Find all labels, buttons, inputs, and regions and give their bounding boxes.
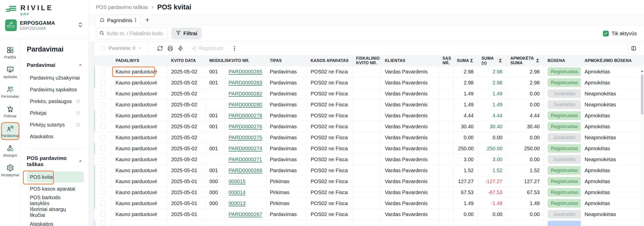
breadcrumb-parent[interactable]: POS pardavimo taškas bbox=[96, 4, 148, 10]
table-row[interactable]: Kauno parduotuvė 2025-05-02 PARD0000280 … bbox=[94, 99, 644, 110]
column-header-apmoketa-suma[interactable]: APMOKĖTA SUMAΣ bbox=[507, 55, 544, 66]
rail-item-pirkimai[interactable]: Pirkimai bbox=[2, 103, 19, 120]
receipt-link[interactable]: PARD0000271 bbox=[229, 157, 262, 162]
rail-item-personalas[interactable]: Personalas bbox=[2, 84, 19, 100]
column-header-busena[interactable]: BŪSENA bbox=[544, 55, 581, 66]
sidebar-item-pirkejai[interactable]: Pirkėjai bbox=[27, 107, 84, 119]
row-checkbox[interactable] bbox=[100, 221, 106, 226]
table-row[interactable]: Kauno parduotuvė 2025-05-01 000 000014 P… bbox=[94, 187, 644, 198]
table-row[interactable]: Kauno parduotuvė 2025-05-01 PARD0000267 … bbox=[94, 209, 644, 220]
scroll-up-arrow-icon[interactable] bbox=[641, 67, 643, 73]
table-row[interactable]: Kauno parduotuvė 2025-05-02 PARD0000282 … bbox=[94, 88, 644, 99]
tab-kebab-icon[interactable] bbox=[135, 18, 136, 23]
column-header-fiskalinio-kvito-nr[interactable]: FISKALINIO KVITO NR. bbox=[352, 55, 381, 66]
filters-button[interactable]: Filtrai bbox=[171, 28, 202, 39]
register-button[interactable]: Registruoti bbox=[191, 45, 223, 51]
rail-item-pradzia[interactable]: Pradžia bbox=[2, 44, 19, 61]
brand-logo[interactable]: RIVILE ERP bbox=[4, 4, 85, 16]
table-row[interactable]: Kauno parduotuvė 2025-05-01 001 PARD0000… bbox=[94, 165, 644, 176]
selected-count-dropdown[interactable]: Pasirinkta: 0 bbox=[109, 45, 142, 51]
receipt-link[interactable]: PARD0000269 bbox=[229, 168, 262, 173]
menu-section-pos-pardavimo-taskas[interactable]: POS pardavimo taškas bbox=[27, 153, 84, 169]
print-button[interactable] bbox=[165, 43, 175, 53]
company-selector[interactable]: RIVILE ERP pos | demo ERPOSGAMA ERPOSGAM… bbox=[4, 19, 85, 31]
column-layout-button[interactable] bbox=[628, 43, 639, 54]
rail-item-apskaita[interactable]: Apskaita bbox=[2, 64, 19, 80]
sidebar-item-pos-barkodo-taisykles[interactable]: POS barkodo taisyklės bbox=[27, 195, 84, 206]
row-checkbox[interactable] bbox=[100, 146, 106, 151]
receipt-link[interactable]: 000013 bbox=[229, 200, 246, 206]
column-header-suma[interactable]: SUMAΣ bbox=[453, 55, 478, 66]
receipt-link[interactable]: PARD0000274 bbox=[229, 146, 262, 152]
column-header-suma[interactable]: SUMA (±)Σ bbox=[478, 55, 507, 66]
row-checkbox[interactable] bbox=[100, 190, 106, 195]
partial-table-row[interactable] bbox=[94, 220, 644, 226]
row-checkbox[interactable] bbox=[100, 179, 106, 184]
row-checkbox[interactable] bbox=[100, 80, 106, 85]
sidebar-item-pos-kvitai[interactable]: POS kvitai bbox=[27, 171, 84, 183]
row-checkbox[interactable] bbox=[100, 168, 106, 173]
column-header-padalinys[interactable]: PADALINYS bbox=[112, 55, 168, 66]
sidebar-item-isoriniai-atsargu-likuciai[interactable]: Išoriniai atsargų likučiai bbox=[27, 207, 84, 218]
rail-item-atsargos[interactable]: Atsargos bbox=[2, 143, 19, 159]
receipt-link[interactable]: 000014 bbox=[229, 190, 246, 195]
receipt-link[interactable]: PARD0000280 bbox=[229, 102, 262, 108]
sidebar-item-pardavimu-saskaitos[interactable]: Pardavimų sąskaitos bbox=[27, 84, 84, 95]
column-header-tipas[interactable]: TIPAS bbox=[266, 55, 307, 66]
table-row[interactable]: Kauno parduotuvė 2025-05-01 000 000013 P… bbox=[94, 198, 644, 209]
column-header-kasos-aparatas[interactable]: KASOS APARATAS bbox=[307, 55, 352, 66]
sidebar-item-pirkeju-sutartys[interactable]: Pirkėjų sutartys bbox=[27, 119, 84, 130]
column-header-kvito-nr[interactable]: KVITO NR. bbox=[225, 55, 266, 66]
receipt-link[interactable]: 000015 bbox=[229, 179, 246, 184]
sigma-icon[interactable]: Σ bbox=[536, 58, 541, 64]
table-row[interactable]: Kauno parduotuvė 2025-05-02 001 PARD0000… bbox=[94, 77, 644, 88]
checkbox-checked-icon[interactable] bbox=[603, 31, 609, 36]
receipt-link[interactable]: PARD0000267 bbox=[229, 211, 262, 217]
sidebar-item-ataskaitos[interactable]: Ataskaitos bbox=[27, 218, 84, 226]
row-checkbox[interactable] bbox=[100, 124, 106, 129]
menu-section-pardavimai[interactable]: Pardavimai bbox=[27, 60, 84, 70]
table-row[interactable]: Kauno parduotuvė 2025-05-01 000 000015 P… bbox=[94, 176, 644, 187]
receipt-link[interactable]: PARD0000276 bbox=[229, 124, 262, 130]
row-checkbox[interactable] bbox=[100, 157, 106, 162]
sidebar-item-pardavimu-uzsakymai[interactable]: Pardavimų užsakymai bbox=[27, 72, 84, 83]
add-tab-button[interactable]: + bbox=[140, 15, 155, 26]
row-checkbox[interactable] bbox=[100, 212, 106, 217]
sigma-icon[interactable]: Σ bbox=[499, 58, 504, 64]
sidebar-item-pos-kasos-aparatai[interactable]: POS kasos aparatai bbox=[27, 183, 84, 194]
receipt-link[interactable]: PARD0000275 bbox=[229, 135, 262, 141]
scrollbar-thumb[interactable] bbox=[641, 74, 643, 115]
table-row[interactable]: Kauno parduotuvė 2025-05-02 001 PARD0000… bbox=[94, 121, 644, 132]
rail-item-pardavimai[interactable]: Pardavimai bbox=[2, 123, 19, 139]
table-row[interactable]: Kauno parduotuvė 2025-05-02 001 PARD0000… bbox=[94, 110, 644, 121]
rail-item-nustatymai[interactable]: Nustatymai bbox=[2, 162, 19, 179]
row-checkbox[interactable] bbox=[100, 201, 106, 206]
toolbar-kebab-button[interactable] bbox=[229, 43, 239, 53]
active-only-toggle[interactable]: Tik aktyvūs bbox=[603, 31, 638, 36]
row-checkbox[interactable] bbox=[100, 135, 106, 140]
sigma-icon[interactable]: Σ bbox=[470, 58, 475, 64]
column-header-kvito-data[interactable]: KVITO DATA bbox=[168, 55, 206, 66]
table-row[interactable]: Kauno parduotuvė 2025-05-02 001 PARD0000… bbox=[94, 66, 644, 77]
receipt-link[interactable]: PARD0000285 bbox=[229, 69, 262, 75]
column-header-apmokejimo-busena[interactable]: APMOKĖJIMO BŪSENA bbox=[581, 55, 644, 66]
vertical-scrollbar[interactable] bbox=[640, 67, 644, 225]
row-checkbox[interactable] bbox=[100, 91, 106, 96]
column-header-klientas[interactable]: KLIENTAS bbox=[381, 55, 439, 66]
zap-button[interactable] bbox=[175, 43, 186, 53]
table-row[interactable]: Kauno parduotuvė 2025-05-02 PARD0000275 … bbox=[94, 132, 644, 143]
refresh-button[interactable] bbox=[155, 43, 165, 53]
tab-pagrindinis[interactable]: Pagrindinis bbox=[95, 15, 140, 26]
receipt-link[interactable]: PARD0000278 bbox=[229, 113, 262, 119]
column-header-sas-nr[interactable]: SĄS NR. bbox=[439, 55, 453, 66]
receipt-link[interactable]: PARD0000283 bbox=[229, 80, 262, 86]
row-checkbox[interactable] bbox=[100, 69, 106, 74]
sidebar-item-ataskaitos[interactable]: Ataskaitos bbox=[27, 131, 84, 142]
company-updown-icon[interactable] bbox=[78, 22, 82, 29]
search-input[interactable] bbox=[107, 31, 165, 36]
select-all-checkbox[interactable] bbox=[100, 46, 105, 51]
receipt-link[interactable]: PARD0000282 bbox=[229, 91, 262, 97]
table-row[interactable]: Kauno parduotuvė 2025-05-02 001 PARD0000… bbox=[94, 143, 644, 154]
sidebar-item-prekes-paslaugos[interactable]: Prekės, paslaugos bbox=[27, 96, 84, 107]
column-header-modulis[interactable]: MODULIS bbox=[206, 55, 225, 66]
